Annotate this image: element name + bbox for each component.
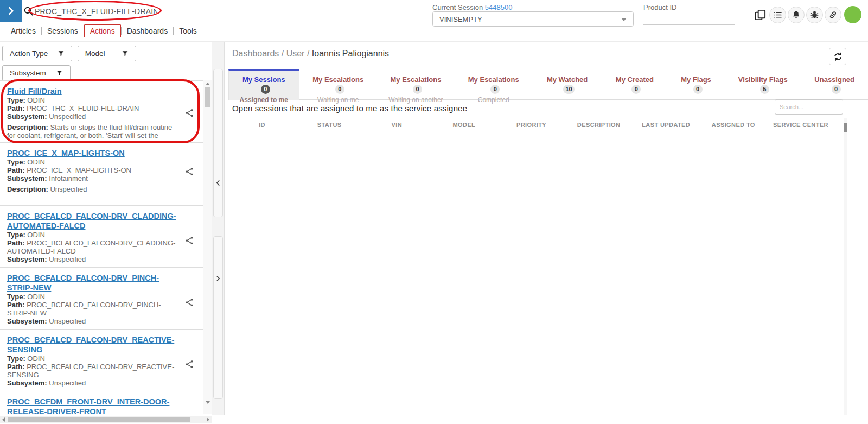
- notifications-button[interactable]: [788, 7, 805, 23]
- link-icon: [828, 10, 838, 20]
- action-card[interactable]: PROC_BCFDM_FRONT-DRV_INTER-DOOR-RELEASE-…: [0, 391, 203, 414]
- action-card[interactable]: PROC_BCFALCD_FALCON-DRV_CLADDING-AUTOMAT…: [0, 206, 203, 268]
- refresh-button[interactable]: [829, 48, 846, 65]
- breadcrumb-separator: /: [307, 49, 309, 58]
- user-status-indicator[interactable]: [844, 6, 861, 23]
- column-header-description[interactable]: DESCRIPTION: [565, 122, 633, 128]
- subsystem-value: Infotainment: [49, 174, 88, 182]
- filter-label: Model: [85, 49, 105, 58]
- expand-right-icon[interactable]: [214, 274, 222, 283]
- column-header-assigned-to[interactable]: ASSIGNED TO: [700, 122, 767, 128]
- share-icon[interactable]: [184, 108, 194, 118]
- action-card[interactable]: PROC_BCFALCD_FALCON-DRV_REACTIVE-SENSING…: [0, 330, 203, 391]
- nav-item-tools[interactable]: Tools: [174, 25, 202, 37]
- list-menu-button[interactable]: [769, 7, 786, 23]
- copy-icon[interactable]: [754, 9, 767, 21]
- splitter-segment: [213, 69, 223, 217]
- sidebar-expand-button[interactable]: [0, 0, 22, 22]
- sidebar-vertical-scrollbar[interactable]: [203, 80, 212, 414]
- subsystem-value: Unspecified: [49, 112, 86, 121]
- tab-my-sessions[interactable]: My Sessions0 Assigned to me: [228, 69, 299, 100]
- section-title: Open sessions that are assigned to me as…: [232, 104, 467, 113]
- scroll-left-icon[interactable]: [2, 417, 5, 422]
- breadcrumb-separator: /: [282, 49, 284, 58]
- current-session-id-link[interactable]: 5448500: [485, 3, 513, 11]
- nav-item-actions[interactable]: Actions: [84, 24, 121, 37]
- scroll-up-icon[interactable]: [206, 83, 210, 85]
- scroll-down-icon[interactable]: [206, 401, 210, 404]
- action-card[interactable]: PROC_ICE_X_MAP-LIGHTS-ON Type: ODIN Path…: [0, 143, 203, 206]
- filter-action-type-button[interactable]: Action Type: [2, 46, 72, 61]
- filter-label: Action Type: [10, 49, 48, 58]
- global-search-input[interactable]: [35, 4, 157, 18]
- path-label: Path:: [7, 166, 25, 174]
- action-title-link[interactable]: PROC_ICE_X_MAP-LIGHTS-ON: [7, 149, 125, 157]
- column-header-priority[interactable]: PRIORITY: [497, 122, 565, 128]
- collapse-left-icon[interactable]: [214, 179, 222, 187]
- product-id-input[interactable]: [643, 12, 735, 25]
- table-vertical-scrollbar[interactable]: [844, 118, 847, 415]
- share-icon[interactable]: [184, 359, 194, 369]
- tab-my-created[interactable]: My Created0: [602, 69, 667, 99]
- action-title-link[interactable]: PROC_BCFALCD_FALCON-DRV_REACTIVE-SENSING: [7, 336, 174, 354]
- bell-icon: [792, 10, 801, 20]
- scroll-right-icon[interactable]: [207, 417, 209, 422]
- scrollbar-thumb[interactable]: [8, 417, 190, 422]
- tab-my-escalations-waiting-on-another[interactable]: My Escalations0 Waiting on another: [377, 69, 455, 99]
- splitter-segment: [213, 236, 223, 399]
- tab-my-watched[interactable]: My Watched10: [532, 69, 602, 99]
- filter-model-button[interactable]: Model: [78, 46, 136, 61]
- breadcrumb-dashboards[interactable]: Dashboards: [232, 49, 279, 58]
- nav-item-dashboards[interactable]: Dashboards: [122, 25, 174, 37]
- action-title-link[interactable]: PROC_BCFDM_FRONT-DRV_INTER-DOOR-RELEASE-…: [7, 397, 169, 414]
- tab-subtitle: Waiting on another: [385, 96, 446, 104]
- link-button[interactable]: [825, 7, 841, 23]
- sessions-table-header: ID STATUS VIN MODEL PRIORITY DESCRIPTION…: [228, 122, 834, 128]
- tab-my-escalations-waiting-on-me[interactable]: My Escalations0 Waiting on me: [299, 69, 377, 99]
- path-value: PROC_BCFALCD_FALCON-DRV_CLADDING-AUTOMAT…: [7, 239, 175, 255]
- action-card[interactable]: PROC_BCFALCD_FALCON-DRV_PINCH-STRIP-NEW …: [0, 268, 203, 330]
- column-header-last-updated[interactable]: LAST UPDATED: [633, 122, 700, 128]
- filter-funnel-icon: [56, 69, 63, 77]
- dashboard-panel: Dashboards / User / Ioannis Paliogiannis…: [224, 42, 868, 415]
- action-title-link[interactable]: Fluid Fill/Drain: [7, 87, 62, 96]
- tab-label: My Escalations: [391, 75, 442, 84]
- scrollbar-thumb[interactable]: [844, 123, 847, 132]
- product-id-label: Product ID: [643, 3, 676, 11]
- tab-my-flags[interactable]: My Flags0: [667, 69, 725, 99]
- nav-item-articles[interactable]: Articles: [5, 25, 41, 37]
- filter-subsystem-button[interactable]: Subsystem: [2, 65, 71, 81]
- nav-item-sessions[interactable]: Sessions: [42, 25, 84, 37]
- panel-splitter[interactable]: [212, 42, 224, 415]
- column-header-status[interactable]: STATUS: [296, 122, 363, 128]
- table-search-input[interactable]: [775, 99, 843, 115]
- scrollbar-thumb[interactable]: [205, 87, 210, 107]
- subsystem-label: Subsystem:: [7, 379, 47, 387]
- path-value: PROC_BCFALCD_FALCON-DRV_PINCH-STRIP-NEW: [7, 301, 161, 317]
- column-header-service-center[interactable]: SERVICE CENTER: [767, 122, 834, 128]
- column-header-model[interactable]: MODEL: [430, 122, 497, 128]
- sidebar-horizontal-scrollbar[interactable]: [0, 416, 212, 423]
- tab-label: My Escalations: [468, 75, 519, 84]
- path-label: Path:: [7, 239, 25, 247]
- share-icon[interactable]: [184, 167, 194, 176]
- tab-subtitle: Completed: [463, 96, 524, 104]
- filter-funnel-icon: [58, 50, 65, 57]
- bug-report-button[interactable]: [806, 7, 823, 23]
- type-label: Type:: [7, 158, 25, 166]
- tab-count-badge: 0: [413, 85, 422, 94]
- column-header-id[interactable]: ID: [228, 122, 296, 128]
- action-title-link[interactable]: PROC_BCFALCD_FALCON-DRV_CLADDING-AUTOMAT…: [7, 212, 176, 230]
- action-card-fluid-fill-drain[interactable]: Fluid Fill/Drain Type: ODIN Path: PROC_T…: [0, 81, 203, 143]
- tab-unassigned[interactable]: Unassigned0: [801, 69, 868, 99]
- type-value: ODIN: [27, 231, 45, 239]
- breadcrumb-user[interactable]: User: [286, 49, 305, 58]
- tab-visibility-flags[interactable]: Visibility Flags5: [725, 69, 801, 99]
- column-header-vin[interactable]: VIN: [363, 122, 430, 128]
- tab-my-escalations-completed[interactable]: My Escalations0 Completed: [455, 69, 532, 99]
- share-icon[interactable]: [184, 236, 194, 245]
- session-vin-select[interactable]: VINISEMPTY: [432, 11, 634, 27]
- action-title-link[interactable]: PROC_BCFALCD_FALCON-DRV_PINCH-STRIP-NEW: [7, 274, 159, 292]
- subsystem-label: Subsystem:: [7, 317, 47, 325]
- share-icon[interactable]: [184, 298, 194, 307]
